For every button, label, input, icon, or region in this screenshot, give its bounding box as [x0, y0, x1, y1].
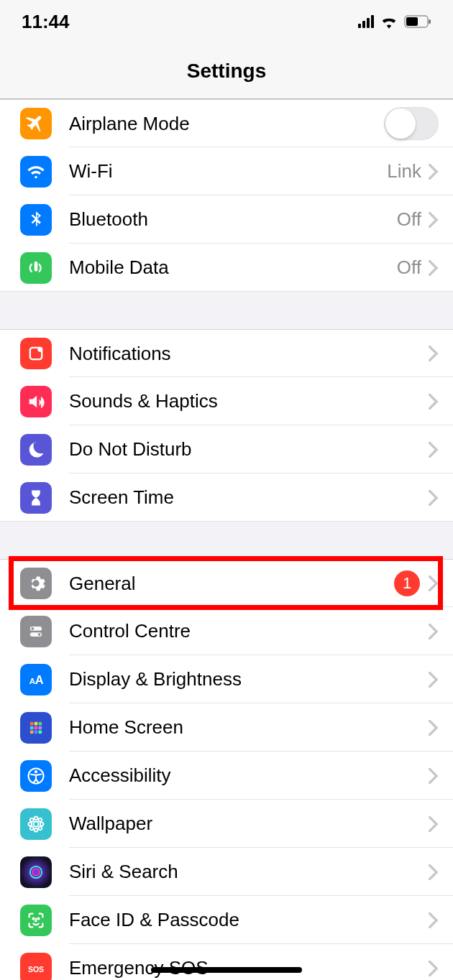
row-label: Wallpaper [69, 813, 429, 835]
svg-point-28 [39, 818, 42, 821]
status-icons [358, 14, 431, 29]
row-detail: Link [387, 160, 421, 182]
svg-point-34 [38, 917, 40, 919]
chevron-right-icon [429, 961, 439, 976]
wallpaper-icon [20, 808, 52, 840]
svg-point-21 [35, 770, 37, 773]
chevron-right-icon [429, 768, 439, 784]
row-mobile-data[interactable]: Mobile Data Off [0, 244, 453, 292]
row-dnd[interactable]: Do Not Disturb [0, 425, 453, 473]
row-face-id[interactable]: Face ID & Passcode [0, 896, 453, 944]
chevron-right-icon [429, 864, 439, 880]
chevron-right-icon [429, 490, 439, 506]
chevron-right-icon [429, 816, 439, 832]
section-notifications: Notifications Sounds & Haptics Do Not Di… [0, 329, 453, 522]
bluetooth-icon [20, 204, 52, 236]
row-detail: Off [397, 256, 421, 279]
row-wallpaper[interactable]: Wallpaper [0, 800, 453, 848]
text-size-icon: AA [20, 664, 52, 695]
row-general[interactable]: General 1 [0, 559, 453, 607]
row-emergency-sos[interactable]: SOS Emergency SOS [0, 944, 453, 980]
svg-rect-11 [30, 721, 34, 725]
row-label: Airplane Mode [69, 113, 384, 135]
svg-rect-2 [429, 19, 431, 24]
svg-rect-14 [30, 726, 34, 729]
mobile-data-icon [20, 252, 52, 284]
svg-text:A: A [35, 672, 44, 685]
row-control-centre[interactable]: Control Centre [0, 607, 453, 655]
accessibility-icon [20, 760, 52, 792]
row-label: Home Screen [69, 716, 429, 739]
face-id-icon [20, 905, 52, 936]
page-title: Settings [187, 60, 266, 83]
row-label: Screen Time [69, 486, 429, 509]
home-indicator[interactable] [151, 967, 302, 973]
wifi-status-icon [380, 14, 398, 29]
chevron-right-icon [429, 442, 439, 458]
chevron-right-icon [429, 912, 439, 928]
status-time: 11:44 [22, 11, 70, 33]
row-sounds[interactable]: Sounds & Haptics [0, 377, 453, 425]
chevron-right-icon [429, 394, 439, 410]
row-label: Wi-Fi [69, 160, 387, 182]
row-detail: Off [397, 208, 421, 231]
svg-point-32 [32, 869, 39, 875]
svg-point-27 [30, 818, 34, 821]
svg-rect-19 [39, 730, 42, 734]
row-label: Bluetooth [69, 208, 397, 231]
svg-text:SOS: SOS [28, 964, 44, 973]
airplane-icon [20, 108, 52, 139]
svg-point-31 [30, 866, 42, 877]
page-header: Settings [0, 43, 453, 99]
svg-point-29 [30, 826, 34, 830]
chevron-right-icon [429, 346, 439, 361]
svg-point-8 [38, 633, 41, 636]
svg-point-22 [34, 821, 39, 826]
svg-rect-15 [35, 726, 38, 729]
row-wifi[interactable]: Wi-Fi Link [0, 147, 453, 195]
airplane-toggle[interactable] [384, 107, 439, 140]
row-label: Display & Brightness [69, 668, 429, 690]
row-label: Notifications [69, 343, 429, 365]
section-connectivity: Airplane Mode Wi-Fi Link Bluetooth Off M… [0, 99, 453, 292]
row-home-screen[interactable]: Home Screen [0, 703, 453, 752]
svg-point-6 [31, 627, 34, 630]
row-label: Siri & Search [69, 861, 429, 883]
row-label: Accessibility [69, 764, 429, 787]
siri-icon [20, 856, 52, 888]
row-display-brightness[interactable]: AA Display & Brightness [0, 655, 453, 703]
row-siri-search[interactable]: Siri & Search [0, 848, 453, 896]
svg-point-26 [40, 822, 44, 826]
svg-rect-1 [406, 17, 418, 26]
svg-rect-12 [35, 721, 38, 725]
row-label: Face ID & Passcode [69, 909, 429, 931]
notification-badge: 1 [394, 570, 420, 596]
battery-icon [404, 15, 431, 28]
row-airplane-mode[interactable]: Airplane Mode [0, 99, 453, 147]
row-notifications[interactable]: Notifications [0, 329, 453, 377]
row-screen-time[interactable]: Screen Time [0, 473, 453, 522]
row-label: Control Centre [69, 620, 429, 642]
moon-icon [20, 434, 52, 466]
row-accessibility[interactable]: Accessibility [0, 752, 453, 800]
chevron-right-icon [429, 672, 439, 688]
chevron-right-icon [429, 624, 439, 639]
row-label: Sounds & Haptics [69, 390, 429, 412]
row-bluetooth[interactable]: Bluetooth Off [0, 195, 453, 244]
sounds-icon [20, 386, 52, 417]
home-screen-icon [20, 712, 52, 744]
sos-icon: SOS [20, 953, 52, 981]
chevron-right-icon [429, 260, 439, 276]
svg-rect-18 [35, 730, 38, 734]
gear-icon [20, 568, 52, 599]
status-bar: 11:44 [0, 0, 453, 43]
wifi-icon [20, 156, 52, 188]
hourglass-icon [20, 482, 52, 514]
svg-point-30 [39, 826, 42, 830]
chevron-right-icon [429, 720, 439, 736]
svg-point-33 [33, 917, 35, 919]
svg-rect-13 [39, 721, 42, 725]
svg-point-4 [37, 347, 42, 352]
section-device: General 1 Control Centre AA Display & Br… [0, 559, 453, 980]
svg-point-24 [35, 828, 38, 831]
